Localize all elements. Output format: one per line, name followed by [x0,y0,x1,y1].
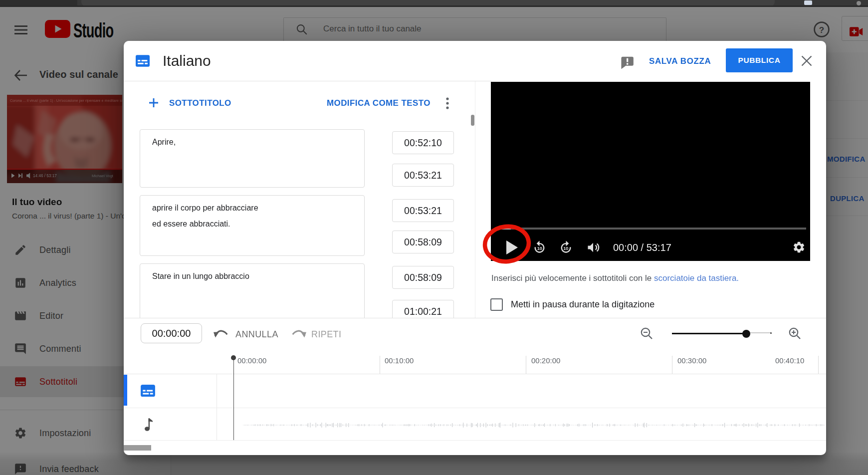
svg-text:10: 10 [563,246,568,251]
svg-text:10: 10 [537,246,542,251]
